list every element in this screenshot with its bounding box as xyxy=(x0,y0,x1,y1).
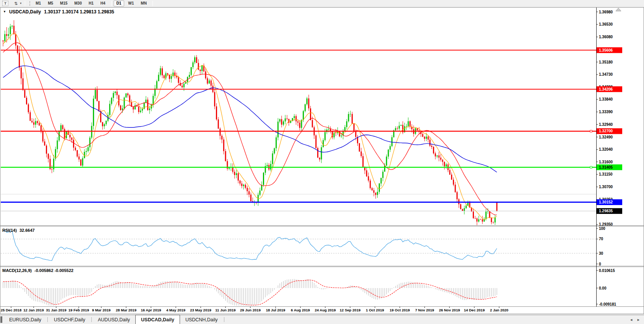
svg-text:1.29835: 1.29835 xyxy=(599,209,613,213)
tab-separator xyxy=(224,317,224,322)
svg-text:1.36980: 1.36980 xyxy=(599,10,613,14)
timeframe-mn[interactable]: MN xyxy=(138,0,150,7)
svg-text:19 Oct 2019: 19 Oct 2019 xyxy=(390,308,410,312)
svg-text:19 Feb 2019: 19 Feb 2019 xyxy=(68,308,89,312)
scale-arrows-icon[interactable]: ⇅ xyxy=(14,1,18,6)
toolbar: T ⇅ ▾ M1M5M15M30H1H4D1W1MN xyxy=(0,0,644,7)
svg-text:1.36530: 1.36530 xyxy=(599,22,613,26)
tab-usdchf[interactable]: USDCHF,Daily xyxy=(49,315,91,324)
svg-text:1.35180: 1.35180 xyxy=(599,60,613,64)
svg-text:1.35606: 1.35606 xyxy=(599,48,613,52)
svg-text:23 May 2019: 23 May 2019 xyxy=(190,308,211,312)
svg-text:1.30152: 1.30152 xyxy=(599,200,613,204)
svg-text:1.31405: 1.31405 xyxy=(599,165,613,169)
timeframe-h1[interactable]: H1 xyxy=(86,0,97,7)
svg-text:70: 70 xyxy=(599,237,603,241)
toolbar-separator xyxy=(111,1,112,6)
svg-text:0.010615: 0.010615 xyxy=(599,269,615,273)
svg-text:1.32490: 1.32490 xyxy=(599,135,613,139)
svg-text:12 Jan 2019: 12 Jan 2019 xyxy=(23,308,44,312)
svg-text:24 Aug 2019: 24 Aug 2019 xyxy=(315,308,336,312)
chart-canvas[interactable]: 1.369801.365301.360801.351801.347301.342… xyxy=(0,0,644,324)
svg-text:2 Jan 2020: 2 Jan 2020 xyxy=(490,308,508,312)
rsi-name: RSI(14) xyxy=(2,228,17,233)
svg-text:1.34206: 1.34206 xyxy=(599,87,613,91)
macd-name: MACD(12,26,9) xyxy=(2,268,32,273)
svg-text:1.36080: 1.36080 xyxy=(599,35,613,39)
svg-text:11 Jun 2019: 11 Jun 2019 xyxy=(215,308,235,312)
svg-text:16 Apr 2019: 16 Apr 2019 xyxy=(141,308,161,312)
timeframe-m30[interactable]: M30 xyxy=(71,0,85,7)
toolbar-separator xyxy=(25,1,25,6)
dropdown-caret-icon[interactable]: ▾ xyxy=(20,2,21,5)
macd-indicator-label: MACD(12,26,9) -0.005862 -0.005522 xyxy=(2,268,73,273)
ohlc-quote: 1.30137 1.30174 1.29813 1.29835 xyxy=(44,9,114,15)
svg-text:1.30700: 1.30700 xyxy=(599,185,613,189)
svg-text:14 Dec 2019: 14 Dec 2019 xyxy=(464,308,485,312)
svg-text:31 Jan 2019: 31 Jan 2019 xyxy=(46,308,66,312)
tab-usdcnh[interactable]: USDCNH,Daily xyxy=(180,315,223,324)
timeframe-buttons: M1M5M15M30H1H4D1W1MN xyxy=(32,0,155,7)
svg-text:1.33840: 1.33840 xyxy=(599,97,613,101)
svg-text:-0.009181: -0.009181 xyxy=(599,302,616,306)
svg-text:100: 100 xyxy=(599,226,605,231)
svg-text:25 Dec 2018: 25 Dec 2018 xyxy=(1,308,21,312)
svg-text:4 May 2019: 4 May 2019 xyxy=(166,308,185,312)
svg-text:1.33390: 1.33390 xyxy=(599,110,613,114)
timeframe-m15[interactable]: M15 xyxy=(57,0,70,7)
svg-text:1.32940: 1.32940 xyxy=(599,122,613,127)
timeframe-m5[interactable]: M5 xyxy=(45,0,56,7)
symbol-tabs: EURUSD,DailyUSDCHF,DailyAUDUSD,DailyUSDC… xyxy=(4,315,225,324)
rsi-indicator-label: RSI(14) 32.6647 xyxy=(2,228,35,233)
svg-text:12 Sep 2019: 12 Sep 2019 xyxy=(340,308,360,312)
svg-text:0.00: 0.00 xyxy=(599,286,607,290)
svg-text:0: 0 xyxy=(599,262,601,266)
tab-usdcad[interactable]: USDCAD,Daily xyxy=(135,315,180,324)
tabbar-grip[interactable] xyxy=(0,316,2,323)
timeframe-m1[interactable]: M1 xyxy=(32,0,44,7)
chart-title: ▼ USDCAD,Daily 1.30137 1.30174 1.29813 1… xyxy=(3,9,114,15)
svg-text:9 Mar 2019: 9 Mar 2019 xyxy=(92,308,111,312)
timeframe-d1[interactable]: D1 xyxy=(114,0,125,7)
timeframe-w1[interactable]: W1 xyxy=(125,0,137,7)
toolbar-grip[interactable] xyxy=(29,1,30,6)
symbol-dropdown-icon[interactable]: ▼ xyxy=(3,10,6,13)
svg-text:6 Aug 2019: 6 Aug 2019 xyxy=(291,308,310,312)
rsi-value: 32.6647 xyxy=(19,228,35,233)
svg-text:1 Oct 2019: 1 Oct 2019 xyxy=(366,308,384,312)
tab-scroll-left-icon[interactable]: ◄ xyxy=(629,318,633,322)
svg-text:28 Mar 2019: 28 Mar 2019 xyxy=(116,308,136,312)
tab-eurusd[interactable]: EURUSD,Daily xyxy=(4,315,47,324)
svg-text:1.32700: 1.32700 xyxy=(599,129,613,133)
tab-audusd[interactable]: AUDUSD,Daily xyxy=(92,315,135,324)
tab-separator xyxy=(91,317,92,322)
symbol-tab-bar: EURUSD,DailyUSDCHF,DailyAUDUSD,DailyUSDC… xyxy=(0,315,644,324)
tab-scroll-arrows: ◄ ► xyxy=(629,315,640,324)
svg-text:30: 30 xyxy=(599,251,603,256)
tab-scroll-right-icon[interactable]: ► xyxy=(637,318,640,322)
svg-text:29 Jun 2019: 29 Jun 2019 xyxy=(240,308,261,312)
svg-text:1.31600: 1.31600 xyxy=(599,160,613,164)
svg-text:1.34730: 1.34730 xyxy=(599,72,613,77)
macd-values: -0.005862 -0.005522 xyxy=(34,268,73,273)
svg-text:26 Nov 2019: 26 Nov 2019 xyxy=(439,308,460,312)
timeframe-h4[interactable]: H4 xyxy=(97,0,109,7)
symbol-name: USDCAD,Daily xyxy=(9,9,41,15)
tab-separator xyxy=(47,317,48,322)
svg-text:18 Jul 2019: 18 Jul 2019 xyxy=(266,308,286,312)
svg-text:7 Nov 2019: 7 Nov 2019 xyxy=(415,308,434,312)
text-tool-icon[interactable]: T xyxy=(2,1,8,6)
chart-window xyxy=(0,8,644,314)
toolbar-separator xyxy=(152,1,153,6)
svg-text:1.31150: 1.31150 xyxy=(599,172,613,176)
svg-text:1.32040: 1.32040 xyxy=(599,147,613,151)
